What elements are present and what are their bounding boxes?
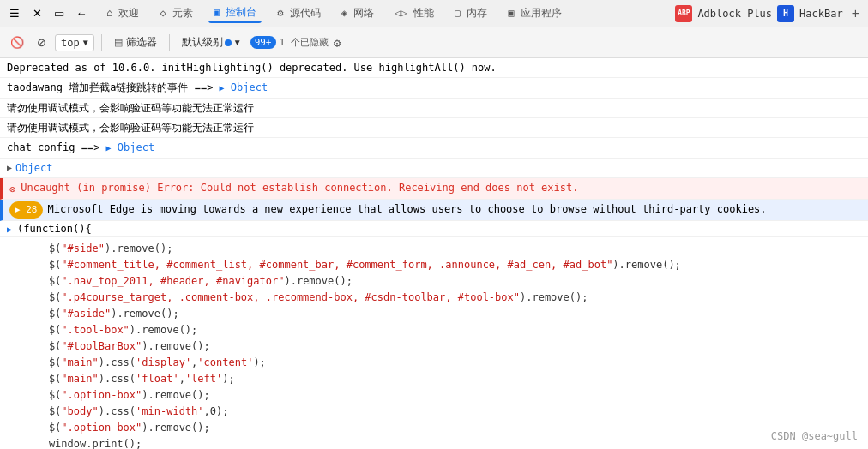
console-line-text: chat config ==> ▶ Object xyxy=(7,140,154,156)
separator-1 xyxy=(101,34,102,51)
message-count-badge: 99+ xyxy=(250,36,276,49)
code-line-12: $(".option-box").remove(); xyxy=(24,420,681,436)
tab-console[interactable]: ▣ 控制台 xyxy=(208,3,262,23)
filter-button[interactable]: ▤ 筛选器 xyxy=(109,33,162,51)
log-level-selector[interactable]: 默认级别 ▼ xyxy=(177,33,247,51)
fn-expand-icon[interactable]: ▶ xyxy=(7,224,12,234)
hackbar-icon[interactable]: H xyxy=(777,5,794,22)
devtools-toolbar: 🚫 ⊘ top ▼ ▤ 筛选器 默认级别 ▼ 99+ 1 个已隐藏 ⚙ xyxy=(0,27,868,58)
filter-label: 筛选器 xyxy=(126,35,157,50)
console-line-text: Microsoft Edge is moving towards a new e… xyxy=(48,201,767,217)
level-label: 默认级别 xyxy=(182,35,223,50)
fn-header-text: (function(){ xyxy=(17,223,92,235)
console-line-edge-warning: ▶ 28 Microsoft Edge is moving towards a … xyxy=(0,200,868,221)
code-line-5: $("#aside").remove(); xyxy=(24,306,681,322)
object-expandable-link[interactable]: Object xyxy=(15,160,52,176)
code-line-6: $(".tool-box").remove(); xyxy=(24,322,681,338)
expand-triangle-icon[interactable]: ▶ xyxy=(7,160,12,176)
warning-count-badge: ▶ 28 xyxy=(9,201,43,219)
code-line-7: $("#toolBarBox").remove(); xyxy=(24,338,681,355)
console-line-chat: chat config ==> ▶ Object xyxy=(0,138,868,159)
top-context-selector[interactable]: top ▼ xyxy=(55,34,94,51)
console-line-deprecated: Deprecated as of 10.6.0. initHighlightin… xyxy=(0,58,868,78)
code-line-11: $("body").css('min-width',0); xyxy=(24,404,681,420)
hackbar-label: HackBar xyxy=(799,8,843,20)
code-line-9: $("main").css('float','left'); xyxy=(24,371,681,387)
tab-elements[interactable]: ◇ 元素 xyxy=(154,4,197,22)
console-line-text: Deprecated as of 10.6.0. initHighlightin… xyxy=(7,60,497,75)
menu-button[interactable]: ☰ xyxy=(5,4,24,23)
console-line-object: ▶ Object xyxy=(0,159,868,178)
code-line-13: window.print(); xyxy=(24,436,681,449)
separator-2 xyxy=(169,34,170,51)
window-button[interactable]: ▭ xyxy=(50,4,69,23)
back-button[interactable]: ← xyxy=(72,4,91,23)
console-code-block: $("#side").remove(); $("#comment_title, … xyxy=(0,237,868,449)
extensions-area: ABP Adblock Plus H HackBar + xyxy=(675,5,863,22)
adblock-plus-label: Adblock Plus xyxy=(697,8,772,20)
code-line-8: $("main").css('display','content'); xyxy=(24,355,681,371)
code-line-4: $(".p4course_target, .comment-box, .reco… xyxy=(24,290,681,306)
console-output: Deprecated as of 10.6.0. initHighlightin… xyxy=(0,58,868,449)
tab-sources[interactable]: ⚙ 源代码 xyxy=(272,4,325,22)
object-link[interactable]: Object xyxy=(231,81,268,93)
tab-network[interactable]: ◈ 网络 xyxy=(336,4,379,22)
console-line-debug1: 请勿使用调试模式，会影响验证码等功能无法正常运行 xyxy=(0,99,868,118)
console-line-fn-header: ▶ (function(){ xyxy=(0,221,868,237)
code-line-2: $("#comment_title, #comment_list, #comme… xyxy=(24,257,681,273)
console-line-text: taodawang 增加拦截a链接跳转的事件 ==> ▶ Object xyxy=(7,80,268,96)
browser-toolbar: ☰ ✕ ▭ ← ⌂ 欢迎 ◇ 元素 ▣ 控制台 ⚙ 源代码 ◈ 网络 ◁▷ 性能… xyxy=(0,0,868,27)
tab-welcome[interactable]: ⌂ 欢迎 xyxy=(101,4,144,22)
watermark: CSDN @sea~gull xyxy=(771,430,858,442)
console-line-taodawang: taodawang 增加拦截a链接跳转的事件 ==> ▶ Object xyxy=(0,78,868,99)
hidden-count-label: 1 个已隐藏 xyxy=(280,36,329,49)
tab-performance[interactable]: ◁▷ 性能 xyxy=(389,4,439,22)
code-line-1: $("#side").remove(); xyxy=(24,241,681,257)
code-line-10: $(".option-box").remove(); xyxy=(24,387,681,404)
console-line-text: 请勿使用调试模式，会影响验证码等功能无法正常运行 xyxy=(7,120,254,135)
devtools-nav-tabs: ⌂ 欢迎 ◇ 元素 ▣ 控制台 ⚙ 源代码 ◈ 网络 ◁▷ 性能 ▢ 内存 ▣ … xyxy=(101,3,567,23)
top-dropdown-icon: ▼ xyxy=(83,38,88,47)
no-entry-button[interactable]: ⊘ xyxy=(31,33,51,53)
object-link[interactable]: Object xyxy=(118,141,154,153)
tab-memory[interactable]: ▢ 内存 xyxy=(449,4,492,22)
expand-icon[interactable]: ▶ xyxy=(220,83,225,93)
tab-application[interactable]: ▣ 应用程序 xyxy=(503,4,566,22)
console-line-debug2: 请勿使用调试模式，会影响验证码等功能无法正常运行 xyxy=(0,118,868,138)
filter-icon: ▤ xyxy=(114,37,123,48)
console-line-error: ⊗ Uncaught (in promise) Error: Could not… xyxy=(0,178,868,200)
close-button[interactable]: ✕ xyxy=(27,4,46,23)
settings-gear-icon[interactable]: ⚙ xyxy=(332,34,342,51)
expand-icon[interactable]: ▶ xyxy=(106,143,112,153)
error-icon: ⊗ xyxy=(9,182,15,197)
top-context-label: top xyxy=(61,37,80,49)
level-dropdown-icon: ▼ xyxy=(233,38,242,47)
code-content: $("#side").remove(); $("#comment_title, … xyxy=(7,241,681,449)
level-dot xyxy=(225,39,232,46)
code-line-3: $(".nav_top_2011, #header, #navigator").… xyxy=(24,273,681,290)
add-extension-button[interactable]: + xyxy=(848,6,863,21)
adblock-plus-icon[interactable]: ABP xyxy=(675,5,692,22)
console-line-text: 请勿使用调试模式，会影响验证码等功能无法正常运行 xyxy=(7,100,254,116)
console-line-text: Uncaught (in promise) Error: Could not e… xyxy=(21,180,578,195)
clear-console-button[interactable]: 🚫 xyxy=(7,33,27,53)
